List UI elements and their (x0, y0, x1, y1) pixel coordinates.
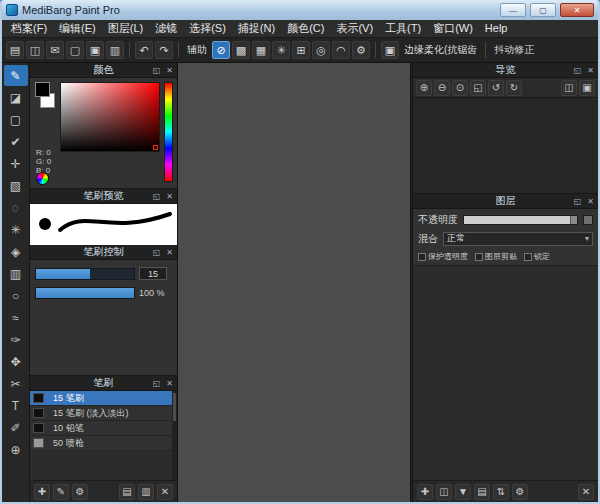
menu-view[interactable]: 表示(V) (330, 20, 379, 37)
undock-panel-icon[interactable]: ◱ (151, 379, 162, 388)
close-panel-icon[interactable]: ✕ (164, 66, 175, 75)
layer-settings-icon[interactable]: ⚙ (512, 484, 528, 500)
close-button[interactable]: ✕ (560, 3, 594, 17)
brush-menu-icon[interactable]: ⚙ (72, 484, 88, 500)
delete-brush-icon[interactable]: ✕ (157, 484, 173, 500)
antialias-toggle-icon[interactable]: ▣ (381, 41, 399, 59)
menu-layer[interactable]: 图层(L) (102, 20, 149, 37)
save-icon[interactable]: ◫ (26, 41, 44, 59)
undock-panel-icon[interactable]: ◱ (151, 66, 162, 75)
zoom-actual-icon[interactable]: ⊙ (452, 80, 468, 96)
saturation-value-picker[interactable] (60, 82, 160, 152)
blend-mode-dropdown[interactable]: 正常 ▾ (443, 232, 593, 246)
snap-grid-icon[interactable]: ▦ (252, 41, 270, 59)
brush-item-airbrush[interactable]: 50 喷枪 (30, 436, 177, 451)
opacity-slider-thumb[interactable] (570, 216, 577, 224)
eyedropper-tool[interactable]: ✑ (4, 329, 28, 350)
maximize-button[interactable]: ▢ (530, 3, 556, 17)
publish-icon[interactable]: ✉ (46, 41, 64, 59)
add-brush-icon[interactable]: ✚ (34, 484, 50, 500)
titlebar[interactable]: MediBang Paint Pro — ▢ ✕ (2, 0, 598, 20)
zoom-in-icon[interactable]: ⊕ (416, 80, 432, 96)
new-folder-icon[interactable]: ▤ (119, 484, 135, 500)
snap-settings-icon[interactable]: ⚙ (352, 41, 370, 59)
shape-tool[interactable]: ○ (4, 285, 28, 306)
lasso-select-tool[interactable]: ◌ (4, 197, 28, 218)
snap-radial-icon[interactable]: ✳ (272, 41, 290, 59)
redo-icon[interactable]: ↷ (155, 41, 173, 59)
hand-tool[interactable]: ✥ (4, 351, 28, 372)
brush-item-fade[interactable]: 15 笔刷 (淡入淡出) (30, 406, 177, 421)
navigator-preview[interactable] (413, 98, 598, 193)
brush-item-pencil[interactable]: 10 铅笔 (30, 421, 177, 436)
close-panel-icon[interactable]: ✕ (164, 248, 175, 257)
foreground-color-swatch[interactable] (35, 82, 50, 97)
gradient-tool[interactable]: ▥ (4, 263, 28, 284)
brush-list-scrollbar[interactable] (172, 391, 177, 480)
snap-cross-icon[interactable]: ⊞ (292, 41, 310, 59)
menu-select[interactable]: 选择(S) (183, 20, 232, 37)
delete-layer-icon[interactable]: ✕ (578, 484, 594, 500)
add-layer-folder-icon[interactable]: ▤ (474, 484, 490, 500)
snap-ellipse-icon[interactable]: ◎ (312, 41, 330, 59)
snap-parallel-icon[interactable]: ▩ (232, 41, 250, 59)
merge-layer-icon[interactable]: ▼ (455, 484, 471, 500)
add-layer-icon[interactable]: ✚ (417, 484, 433, 500)
edit-brush-icon[interactable]: ✎ (53, 484, 69, 500)
menu-file[interactable]: 档案(F) (5, 20, 53, 37)
snap-off-icon[interactable]: ⊘ (212, 41, 230, 59)
brush-opacity-slider[interactable] (35, 287, 135, 299)
divide-tool[interactable]: ✂ (4, 373, 28, 394)
brush-size-value[interactable]: 15 (139, 267, 167, 280)
magic-wand-tool[interactable]: ✳ (4, 219, 28, 240)
lock-checkbox[interactable]: 锁定 (524, 251, 550, 262)
menu-color[interactable]: 颜色(C) (281, 20, 330, 37)
move-layer-icon[interactable]: ⇅ (493, 484, 509, 500)
select-eraser-tool[interactable]: ✐ (4, 417, 28, 438)
curve-tool[interactable]: ≈ (4, 307, 28, 328)
undo-icon[interactable]: ↶ (135, 41, 153, 59)
close-panel-icon[interactable]: ✕ (585, 197, 596, 206)
reset-view-icon[interactable]: ▣ (579, 80, 595, 96)
menu-help[interactable]: Help (479, 20, 514, 37)
close-panel-icon[interactable]: ✕ (164, 192, 175, 201)
menu-window[interactable]: 窗口(W) (427, 20, 479, 37)
menu-edit[interactable]: 编辑(E) (53, 20, 102, 37)
open-canvas-icon[interactable]: ▤ (6, 41, 24, 59)
undock-panel-icon[interactable]: ◱ (151, 248, 162, 257)
menu-tools[interactable]: 工具(T) (379, 20, 427, 37)
minimize-button[interactable]: — (500, 3, 526, 17)
clipping-checkbox[interactable]: 图层剪贴 (475, 251, 517, 262)
move-tool[interactable]: ✛ (4, 153, 28, 174)
eraser-tool[interactable]: ◪ (4, 87, 28, 108)
brush-size-slider[interactable] (35, 268, 135, 280)
flip-view-icon[interactable]: ◫ (561, 80, 577, 96)
rotate-left-icon[interactable]: ↺ (488, 80, 504, 96)
copy-icon[interactable]: ▣ (86, 41, 104, 59)
zoom-tool[interactable]: ⊕ (4, 439, 28, 460)
menu-filter[interactable]: 滤镜 (149, 20, 183, 37)
undock-panel-icon[interactable]: ◱ (572, 66, 583, 75)
brush-tool[interactable]: ✎ (4, 65, 28, 86)
rect-select-tool[interactable]: ▧ (4, 175, 28, 196)
new-canvas-icon[interactable]: ▢ (66, 41, 84, 59)
hue-slider[interactable] (164, 82, 173, 182)
brush-item-brush[interactable]: 15 笔刷 (30, 391, 177, 406)
undock-panel-icon[interactable]: ◱ (572, 197, 583, 206)
select-pen-tool[interactable]: ✔ (4, 131, 28, 152)
finger-tool[interactable]: ▢ (4, 109, 28, 130)
close-panel-icon[interactable]: ✕ (585, 66, 596, 75)
color-wheel-icon[interactable] (36, 172, 49, 185)
menu-snap[interactable]: 捕捉(N) (232, 20, 281, 37)
undock-panel-icon[interactable]: ◱ (151, 192, 162, 201)
zoom-out-icon[interactable]: ⊖ (434, 80, 450, 96)
fit-window-icon[interactable]: ◱ (470, 80, 486, 96)
canvas[interactable] (178, 63, 410, 502)
protect-alpha-checkbox[interactable]: 保护透明度 (418, 251, 468, 262)
text-tool[interactable]: T (4, 395, 28, 416)
folder-icon[interactable]: ▥ (138, 484, 154, 500)
layer-opacity-slider[interactable] (463, 215, 578, 225)
layer-list[interactable] (413, 265, 598, 480)
rotate-right-icon[interactable]: ↻ (506, 80, 522, 96)
duplicate-layer-icon[interactable]: ◫ (436, 484, 452, 500)
